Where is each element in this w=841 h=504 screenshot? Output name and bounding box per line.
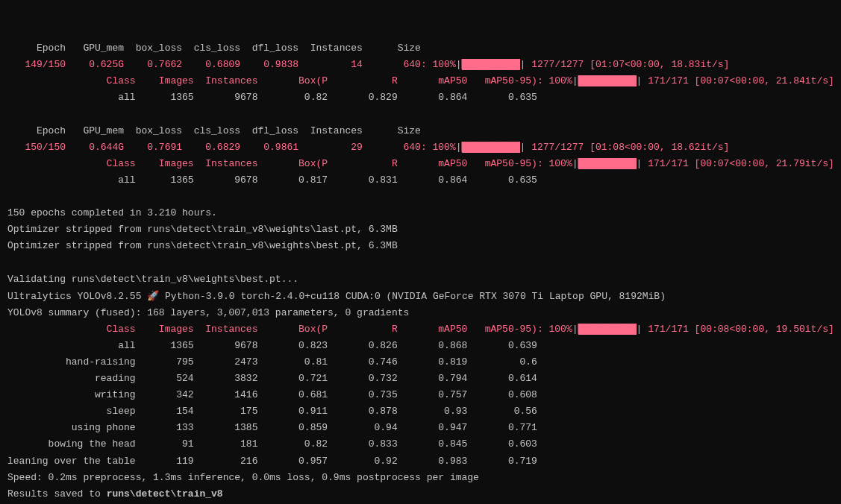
- terminal-output: Epoch GPU_mem box_loss cls_loss dfl_loss…: [7, 40, 834, 504]
